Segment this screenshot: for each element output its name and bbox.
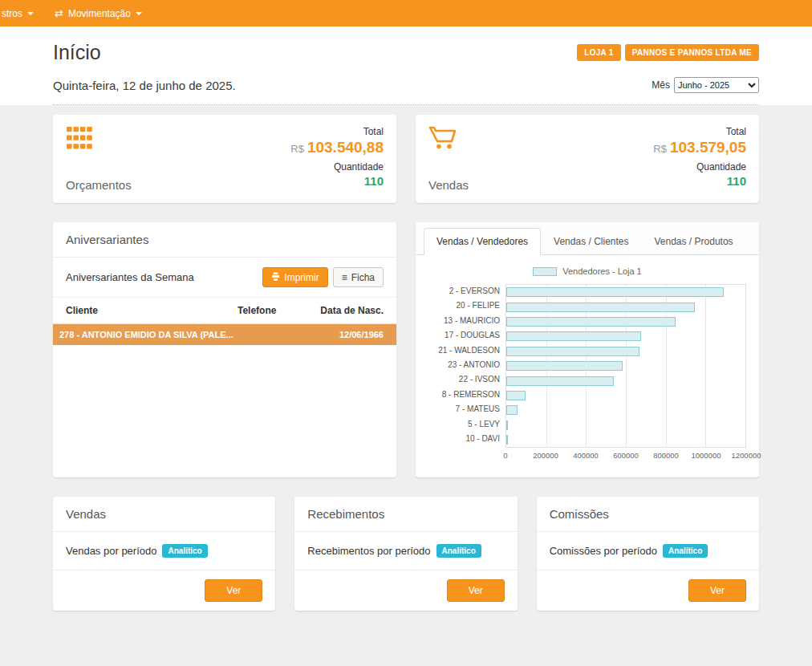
chart-category-label: 23 - ANTONIO xyxy=(428,358,505,372)
chart-bar xyxy=(506,331,641,341)
chevron-down-icon xyxy=(27,12,34,15)
main-content: Orçamentos Total R$103.540,88 Quantidade… xyxy=(0,105,812,659)
card-title: Aniversariantes xyxy=(53,222,396,258)
chart-bar xyxy=(506,435,508,445)
chart-body: Vendedores - Loja 1 2 - EVERSON20 - FELI… xyxy=(416,255,759,473)
chart-x-axis: 020000040000060000080000010000001200000 xyxy=(505,451,746,465)
store-badges: LOJA 1 PANNOS E PANNOS LTDA ME xyxy=(577,44,759,61)
tab-vendas-produtos[interactable]: Vendas / Produtos xyxy=(642,228,746,255)
chart-x-tick: 400000 xyxy=(573,451,599,460)
ver-button[interactable]: Ver xyxy=(447,579,505,602)
card-title: Orçamentos xyxy=(66,178,132,192)
chart-legend: Vendedores - Loja 1 xyxy=(428,266,746,276)
card-title: Comissões xyxy=(537,497,759,532)
chart-bar xyxy=(506,317,676,327)
month-label: Mês xyxy=(652,79,670,91)
list-icon: ≡ xyxy=(342,273,347,282)
quantity-label: Quantidade xyxy=(653,161,746,173)
month-select[interactable]: Junho - 2025 xyxy=(674,77,759,93)
store-badge[interactable]: LOJA 1 xyxy=(577,44,620,61)
analitico-badge: Analítico xyxy=(663,544,708,558)
chart-bar xyxy=(506,405,518,415)
column-header-cliente: Cliente xyxy=(66,305,238,316)
chart-category-label: 2 - EVERSON xyxy=(428,284,505,298)
chart-bar xyxy=(506,303,695,312)
report-description: Vendas por período xyxy=(66,545,156,557)
legend-label: Vendedores - Loja 1 xyxy=(562,266,641,276)
chart-bar xyxy=(506,347,639,356)
chart-bar xyxy=(506,287,724,297)
card-title: Recebimentos xyxy=(294,497,517,532)
chart-category-label: 17 - DOUGLAS xyxy=(428,328,505,343)
analitico-badge: Analítico xyxy=(436,544,481,558)
report-description: Comissões por período xyxy=(550,545,657,557)
currency-label: R$ xyxy=(653,143,667,155)
chart-bar xyxy=(506,361,623,371)
page-title: Início xyxy=(53,41,101,64)
chart-category-label: 13 - MAURICIO xyxy=(428,314,505,328)
print-button-label: Imprimir xyxy=(284,273,319,282)
nav-item-cadastros[interactable]: stros xyxy=(2,8,34,19)
chevron-down-icon xyxy=(136,12,142,15)
printer-icon xyxy=(271,272,280,282)
nav-item-label: stros xyxy=(2,8,22,19)
company-badge[interactable]: PANNOS E PANNOS LTDA ME xyxy=(625,44,759,61)
ver-button[interactable]: Ver xyxy=(688,579,746,602)
chart-x-tick: 600000 xyxy=(613,451,639,460)
card-title: Vendas xyxy=(428,178,469,192)
chart-category-label: 8 - REMERSON xyxy=(428,388,505,402)
top-navbar: stros ⇄ Movimentação xyxy=(0,0,812,26)
column-header-data-nasc: Data de Nasc. xyxy=(303,305,384,316)
chart-category-label: 22 - IVSON xyxy=(428,372,505,387)
vendas-summary-card: Vendas Total R$103.579,05 Quantidade 110 xyxy=(416,115,759,203)
total-label: Total xyxy=(290,126,384,137)
chart-x-tick: 0 xyxy=(503,451,507,460)
chart-y-labels: 2 - EVERSON20 - FELIPE13 - MAURICIO17 - … xyxy=(428,284,505,448)
calculator-icon xyxy=(66,126,132,153)
vendas-report-card: Vendas Vendas por período Analítico Ver xyxy=(53,497,275,611)
table-row[interactable]: 278 - ANTONIO EMIDIO DA SILVA (PALE... 1… xyxy=(53,324,396,345)
orcamentos-summary-card: Orçamentos Total R$103.540,88 Quantidade… xyxy=(53,115,396,203)
quantity-value: 110 xyxy=(290,174,384,188)
recebimentos-report-card: Recebimentos Recebimentos por período An… xyxy=(294,497,517,611)
comissoes-report-card: Comissões Comissões por período Analític… xyxy=(537,497,759,611)
chart-x-tick: 200000 xyxy=(533,451,558,460)
birthdays-table: Cliente Telefone Data de Nasc. 278 - ANT… xyxy=(53,298,396,345)
chart-category-label: 7 - MATEUS xyxy=(428,402,505,416)
ver-button[interactable]: Ver xyxy=(205,579,262,602)
exchange-icon: ⇄ xyxy=(55,7,63,19)
aniversariantes-card: Aniversariantes Aniversariantes da Seman… xyxy=(53,222,396,477)
total-value: 103.579,05 xyxy=(670,139,746,156)
chart-tabs: Vendas / Vendedores Vendas / Clientes Ve… xyxy=(416,222,759,255)
analitico-badge: Analítico xyxy=(162,544,207,558)
tab-vendas-vendedores[interactable]: Vendas / Vendedores xyxy=(424,228,541,255)
nav-item-movimentacao[interactable]: ⇄ Movimentação xyxy=(55,7,142,19)
card-title: Vendas xyxy=(53,497,275,532)
chart-x-tick: 1200000 xyxy=(732,451,761,460)
chart-plot xyxy=(505,284,746,448)
chart-bar xyxy=(506,391,526,400)
nav-item-label: Movimentação xyxy=(68,8,131,19)
quantity-value: 110 xyxy=(653,174,746,188)
cell-cliente: 278 - ANTONIO EMIDIO DA SILVA (PALE... xyxy=(59,330,238,339)
shopping-cart-icon xyxy=(428,126,469,153)
chart-category-label: 5 - LEVY xyxy=(428,417,505,432)
tab-vendas-clientes[interactable]: Vendas / Clientes xyxy=(541,228,641,255)
chart-bar xyxy=(506,420,508,430)
chart-category-label: 20 - FELIPE xyxy=(428,298,505,313)
print-button[interactable]: Imprimir xyxy=(262,267,327,287)
currency-label: R$ xyxy=(290,143,304,155)
sales-chart-card: Vendas / Vendedores Vendas / Clientes Ve… xyxy=(416,222,759,477)
ficha-button-label: Ficha xyxy=(351,273,375,282)
birthdays-subtitle: Aniversariantes da Semana xyxy=(66,271,194,283)
chart-category-label: 21 - WALDESON xyxy=(428,343,505,358)
legend-swatch xyxy=(533,267,557,276)
ficha-button[interactable]: ≡ Ficha xyxy=(333,267,384,287)
total-value: 103.540,88 xyxy=(307,139,384,156)
chart-category-label: 10 - DAVI xyxy=(428,432,505,446)
chart-x-tick: 1000000 xyxy=(692,451,721,460)
quantity-label: Quantidade xyxy=(290,161,384,173)
page-header: Início LOJA 1 PANNOS E PANNOS LTDA ME Qu… xyxy=(0,26,812,105)
total-label: Total xyxy=(653,126,746,137)
report-description: Recebimentos por período xyxy=(307,545,430,557)
